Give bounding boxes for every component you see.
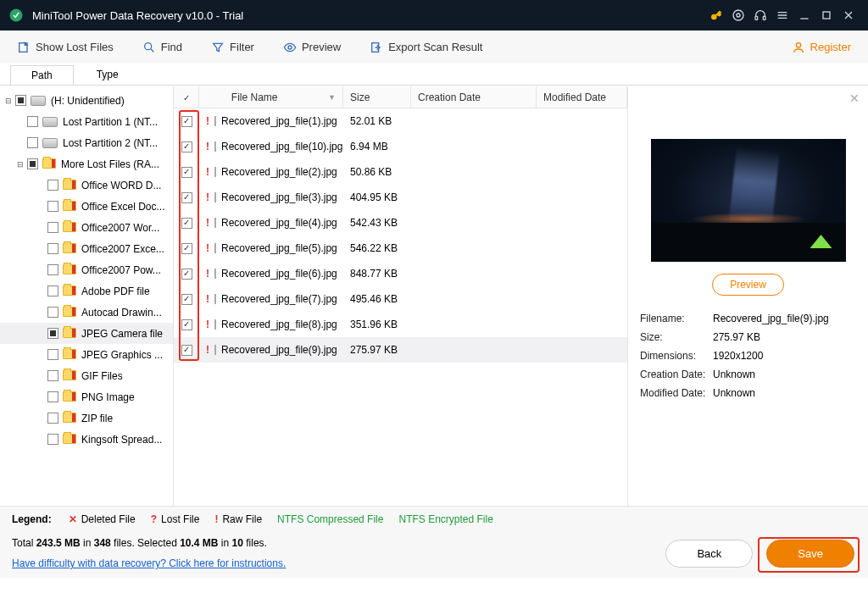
file-size: 50.86 KB bbox=[350, 166, 392, 178]
file-row[interactable]: !Recovered_jpg_file(9).jpg275.97 KB bbox=[174, 337, 627, 363]
preview-toolbar-button[interactable]: Preview bbox=[275, 37, 349, 58]
file-size: 52.01 KB bbox=[350, 115, 392, 127]
close-preview-icon[interactable]: ✕ bbox=[849, 91, 860, 105]
tree-checkbox[interactable] bbox=[47, 264, 58, 275]
tree-checkbox[interactable] bbox=[15, 95, 26, 106]
file-checkbox[interactable] bbox=[181, 345, 192, 356]
file-row[interactable]: !Recovered_jpg_file(1).jpg52.01 KB bbox=[174, 108, 627, 134]
preview-button[interactable]: Preview bbox=[712, 274, 784, 296]
tree-item[interactable]: ⊟More Lost Files (RA... bbox=[0, 153, 173, 175]
tree-checkbox[interactable] bbox=[47, 413, 58, 424]
tree-item[interactable]: Office Excel Doc... bbox=[0, 196, 173, 217]
register-button[interactable]: Register bbox=[792, 41, 860, 54]
tree-item[interactable]: Autocad Drawin... bbox=[0, 302, 173, 323]
file-row[interactable]: !Recovered_jpg_file(4).jpg542.43 KB bbox=[174, 210, 627, 236]
tree-checkbox[interactable] bbox=[47, 222, 58, 233]
tab-type[interactable]: Type bbox=[75, 64, 140, 85]
select-all-checkbox[interactable] bbox=[183, 91, 190, 103]
header-creation-date[interactable]: Creation Date bbox=[411, 86, 537, 108]
file-row[interactable]: !Recovered_jpg_file(2).jpg50.86 KB bbox=[174, 159, 627, 185]
file-checkbox[interactable] bbox=[181, 319, 192, 330]
save-button[interactable]: Save bbox=[766, 540, 854, 568]
file-row[interactable]: !Recovered_jpg_file(7).jpg495.46 KB bbox=[174, 286, 627, 312]
show-lost-files-label: Show Lost Files bbox=[36, 41, 114, 53]
tree-item[interactable]: Lost Partition 1 (NT... bbox=[0, 111, 173, 132]
filter-button[interactable]: Filter bbox=[203, 37, 263, 58]
file-name: Recovered_jpg_file(3).jpg bbox=[221, 191, 337, 203]
tree-checkbox[interactable] bbox=[47, 328, 58, 339]
file-row[interactable]: !Recovered_jpg_file(8).jpg351.96 KB bbox=[174, 312, 627, 337]
help-link[interactable]: Have difficulty with data recovery? Clic… bbox=[12, 557, 286, 569]
tree-item[interactable]: ZIP file bbox=[0, 407, 173, 429]
tree-checkbox[interactable] bbox=[47, 243, 58, 254]
svg-point-9 bbox=[288, 46, 292, 49]
tree-item[interactable]: Lost Partition 2 (NT... bbox=[0, 132, 173, 153]
file-row[interactable]: !Recovered_jpg_file(3).jpg404.95 KB bbox=[174, 185, 627, 210]
collapse-icon[interactable]: ⊟ bbox=[3, 96, 14, 106]
headphones-icon[interactable] bbox=[749, 4, 771, 26]
tree-checkbox[interactable] bbox=[27, 116, 38, 127]
upgrade-key-icon[interactable] bbox=[705, 4, 727, 26]
tree-item[interactable]: Office2007 Pow... bbox=[0, 259, 173, 280]
export-button[interactable]: Export Scan Result bbox=[361, 37, 491, 58]
tree-item[interactable]: PNG Image bbox=[0, 386, 173, 407]
tree-checkbox[interactable] bbox=[47, 180, 58, 191]
file-checkbox[interactable] bbox=[181, 243, 192, 254]
tree-item[interactable]: Office2007 Exce... bbox=[0, 238, 173, 259]
footer: Legend: ✕Deleted File ?Lost File !Raw Fi… bbox=[0, 506, 868, 578]
tree-item-label: Kingsoft Spread... bbox=[81, 434, 162, 446]
meta-val-dimensions: 1920x1200 bbox=[713, 350, 856, 362]
folder-icon bbox=[42, 158, 56, 170]
tree-item[interactable]: Kingsoft Spread... bbox=[0, 429, 173, 450]
file-row[interactable]: !Recovered_jpg_file(10).jpg6.94 MB bbox=[174, 134, 627, 159]
back-button[interactable]: Back bbox=[665, 540, 753, 568]
file-checkbox[interactable] bbox=[181, 294, 192, 305]
find-button[interactable]: Find bbox=[134, 37, 191, 58]
register-label: Register bbox=[810, 41, 851, 53]
file-name: Recovered_jpg_file(4).jpg bbox=[221, 217, 337, 229]
file-checkbox[interactable] bbox=[181, 167, 192, 178]
tree-checkbox[interactable] bbox=[47, 201, 58, 212]
tree-checkbox[interactable] bbox=[27, 158, 38, 169]
minimize-button[interactable] bbox=[793, 4, 815, 26]
tree-checkbox[interactable] bbox=[47, 349, 58, 360]
maximize-button[interactable] bbox=[815, 4, 837, 26]
tree-checkbox[interactable] bbox=[47, 307, 58, 318]
tree-root[interactable]: ⊟ (H: Unidentified) bbox=[0, 90, 173, 111]
legend-ntfs-encrypted: NTFS Encrypted File bbox=[398, 513, 492, 525]
menu-icon[interactable] bbox=[771, 4, 793, 26]
tree-item[interactable]: GIF Files bbox=[0, 365, 173, 386]
tree-checkbox[interactable] bbox=[47, 370, 58, 381]
header-cdate-label: Creation Date bbox=[418, 91, 481, 103]
tree-item[interactable]: Office2007 Wor... bbox=[0, 217, 173, 238]
tree-checkbox[interactable] bbox=[47, 434, 58, 445]
header-size[interactable]: Size bbox=[343, 86, 411, 108]
close-button[interactable] bbox=[837, 4, 860, 26]
tree-item[interactable]: JPEG Graphics ... bbox=[0, 344, 173, 365]
tree-checkbox[interactable] bbox=[47, 391, 58, 402]
find-label: Find bbox=[161, 41, 182, 53]
tree-checkbox[interactable] bbox=[47, 285, 58, 296]
header-modified-date[interactable]: Modified Date bbox=[537, 86, 627, 108]
tree-item[interactable]: Office WORD D... bbox=[0, 175, 173, 196]
header-checkbox-col[interactable] bbox=[174, 86, 199, 108]
file-checkbox[interactable] bbox=[181, 218, 192, 229]
image-file-icon bbox=[214, 167, 216, 177]
file-checkbox[interactable] bbox=[181, 116, 192, 127]
header-filename[interactable]: File Name▼ bbox=[199, 86, 343, 108]
file-checkbox[interactable] bbox=[181, 141, 192, 152]
file-row[interactable]: !Recovered_jpg_file(6).jpg848.77 KB bbox=[174, 261, 627, 286]
tab-path[interactable]: Path bbox=[10, 65, 74, 85]
stats-c: in bbox=[81, 537, 94, 549]
file-checkbox[interactable] bbox=[181, 192, 192, 203]
file-row[interactable]: !Recovered_jpg_file(5).jpg546.22 KB bbox=[174, 236, 627, 261]
collapse-icon[interactable]: ⊟ bbox=[15, 159, 25, 169]
tree-item[interactable]: JPEG Camera file bbox=[0, 323, 173, 344]
disc-icon[interactable] bbox=[727, 4, 749, 26]
show-lost-files-button[interactable]: Show Lost Files bbox=[8, 37, 122, 58]
tree-checkbox[interactable] bbox=[27, 137, 38, 148]
file-checkbox[interactable] bbox=[181, 269, 192, 280]
tree-item-label: Office WORD D... bbox=[81, 180, 161, 191]
save-button-label: Save bbox=[798, 547, 823, 560]
tree-item[interactable]: Adobe PDF file bbox=[0, 280, 173, 302]
